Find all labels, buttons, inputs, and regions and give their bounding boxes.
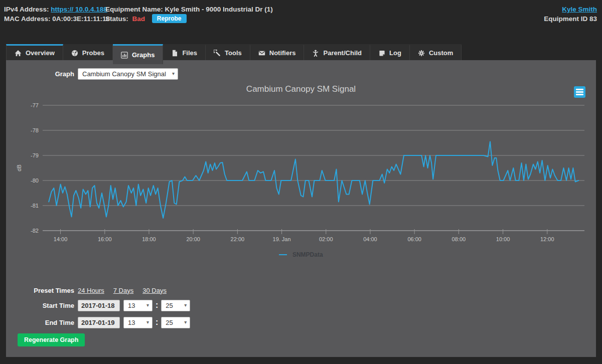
graphs-panel: Graph Cambium Canopy SM Signal Cambium C… (6, 60, 596, 357)
tab-label: Graphs (132, 51, 155, 59)
tab-label: Overview (26, 49, 55, 57)
svg-text:-79: -79 (31, 152, 39, 158)
start-date-input[interactable] (78, 300, 120, 311)
user-link[interactable]: Kyle Smith (562, 6, 597, 13)
tab-label: Tools (225, 49, 242, 57)
end-time-row: End Time 13 : 25 (6, 316, 190, 329)
preset-30-days-link[interactable]: 30 Days (142, 287, 167, 294)
graph-selector-row: Graph Cambium Canopy SM Signal (6, 67, 178, 80)
svg-text:06:00: 06:00 (407, 236, 421, 242)
tab-graphs[interactable]: Graphs (113, 44, 164, 64)
header-right: Kyle Smith Equipment ID 83 (544, 5, 597, 24)
start-time-label: Start Time (6, 302, 74, 309)
tab-label: Parent/Child (323, 49, 362, 57)
tab-label: Notifiers (269, 49, 296, 57)
svg-text:dB: dB (16, 164, 22, 171)
end-time-label: End Time (6, 319, 74, 326)
svg-text:22:00: 22:00 (231, 236, 245, 242)
tab-label: Files (182, 49, 197, 57)
tab-label: Custom (429, 49, 453, 57)
chart-menu-button[interactable] (574, 86, 585, 98)
tab-log[interactable]: Log (370, 44, 410, 60)
wrench-icon (214, 50, 221, 57)
end-hour-select[interactable]: 13 (123, 317, 153, 328)
svg-text:08:00: 08:00 (452, 236, 466, 242)
ipv4-link[interactable]: https:// 10.0.4.188 (51, 6, 107, 13)
signal-line-chart: -77-78-79-80-81-8214:0016:0018:0020:0022… (6, 98, 596, 247)
envelope-icon (258, 50, 265, 57)
graph-select-label: Graph (6, 70, 74, 78)
legend-line-swatch (279, 254, 287, 255)
preset-times-row: Preset Times 24 Hours 7 Days 30 Days (6, 285, 176, 296)
bar-chart-icon (121, 52, 128, 59)
tab-overview[interactable]: Overview (6, 44, 63, 60)
mac-value: 0A:00:3E:11:11:18 (52, 15, 110, 23)
time-separator: : (156, 301, 158, 310)
gauge-icon (71, 50, 78, 57)
end-minute-select[interactable]: 25 (161, 317, 190, 328)
tab-bar: Overview Probes Graphs Files Tools (6, 44, 462, 60)
regenerate-graph-button[interactable]: Regenerate Graph (18, 333, 85, 346)
preset-times-label: Preset Times (6, 287, 74, 294)
svg-text:16:00: 16:00 (98, 236, 112, 242)
svg-text:-81: -81 (31, 203, 39, 209)
graph-select[interactable]: Cambium Canopy SM Signal (78, 68, 178, 80)
preset-24-hours-link[interactable]: 24 Hours (78, 287, 104, 294)
equipment-name-label: Equipment Name: (105, 6, 163, 13)
preset-7-days-link[interactable]: 7 Days (113, 287, 133, 294)
svg-text:12:00: 12:00 (540, 236, 554, 242)
svg-text:19. Jan: 19. Jan (273, 236, 291, 242)
equipment-id: Equipment ID 83 (544, 15, 597, 23)
gear-icon (418, 50, 425, 57)
tab-files[interactable]: Files (163, 44, 206, 60)
chart-legend[interactable]: SNMPData (6, 250, 596, 259)
ipv4-label: IPv4 Address: (4, 6, 49, 13)
person-icon (312, 50, 319, 57)
start-hour-select[interactable]: 13 (123, 300, 153, 311)
legend-series-label: SNMPData (292, 251, 323, 258)
tab-notifiers[interactable]: Notifiers (250, 44, 305, 60)
svg-text:04:00: 04:00 (363, 236, 377, 242)
chart-title: Cambium Canopy SM Signal (6, 84, 596, 94)
tab-label: Probes (82, 49, 104, 57)
home-icon (15, 50, 22, 57)
tab-custom[interactable]: Custom (410, 44, 462, 60)
tab-tools[interactable]: Tools (206, 44, 250, 60)
status-badge: Bad (132, 15, 145, 23)
time-separator: : (156, 318, 158, 327)
svg-text:20:00: 20:00 (186, 236, 200, 242)
end-date-input[interactable] (78, 317, 120, 328)
equipment-name-value: Kyle Smith - 9000 Industrial Dr (1) (165, 6, 273, 13)
status-label: Status: (105, 15, 128, 23)
mac-label: MAC Address: (4, 15, 51, 23)
file-icon (171, 50, 178, 57)
header-middle: Equipment Name: Kyle Smith - 9000 Indust… (105, 5, 273, 24)
start-time-row: Start Time 13 : 25 (6, 299, 190, 312)
svg-text:14:00: 14:00 (54, 236, 68, 242)
svg-text:-78: -78 (31, 127, 39, 133)
svg-text:-77: -77 (31, 102, 39, 108)
tab-label: Log (389, 49, 401, 57)
reprobe-button[interactable]: Reprobe (152, 14, 187, 23)
header-left: IPv4 Address: https:// 10.0.4.188 MAC Ad… (4, 5, 110, 24)
svg-text:10:00: 10:00 (496, 236, 510, 242)
start-minute-select[interactable]: 25 (161, 300, 190, 311)
note-icon (378, 50, 385, 57)
tab-probes[interactable]: Probes (63, 44, 113, 60)
svg-text:-82: -82 (31, 228, 39, 234)
svg-text:18:00: 18:00 (142, 236, 156, 242)
svg-text:02:00: 02:00 (319, 236, 333, 242)
svg-text:-80: -80 (31, 177, 39, 184)
tab-parent-child[interactable]: Parent/Child (304, 44, 370, 60)
